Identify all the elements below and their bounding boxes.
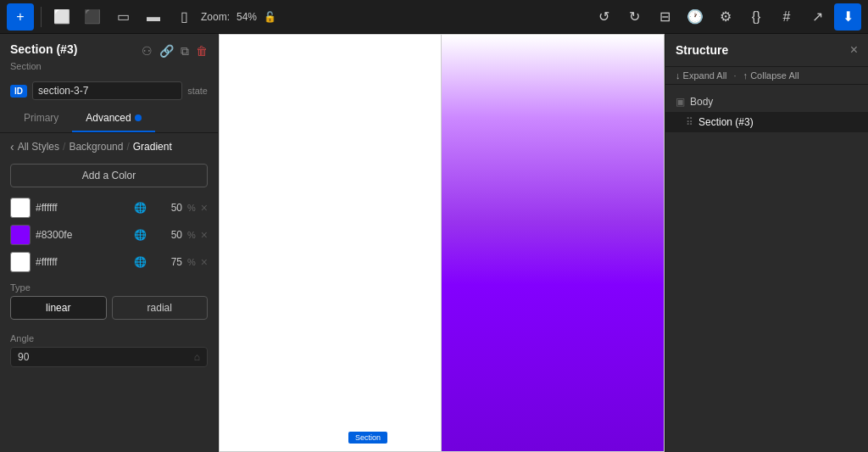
action-separator: ·	[734, 70, 737, 81]
globe-icon-3[interactable]: 🌐	[134, 256, 147, 268]
angle-spin-icon[interactable]: ⌂	[194, 351, 200, 363]
device-landscape[interactable]: ▬	[140, 3, 167, 31]
breadcrumb: ‹ All Styles / Background / Gradient	[0, 133, 218, 160]
canvas-inner: Section	[219, 34, 665, 452]
add-color-button[interactable]: Add a Color	[10, 164, 208, 187]
code-button[interactable]: {}	[743, 3, 770, 31]
stop-remove-1[interactable]: ×	[201, 201, 208, 215]
panel-title: Section (#3)	[10, 42, 77, 56]
device-laptop[interactable]: ⬛	[79, 3, 106, 31]
stop-value-2: 50	[152, 229, 182, 241]
globe-icon-2[interactable]: 🌐	[134, 229, 147, 241]
panel-tabs: Primary Advanced	[0, 105, 218, 133]
stop-percent-2: %	[187, 230, 196, 240]
zoom-value: 54%	[236, 11, 257, 23]
type-buttons: linear radial	[0, 296, 218, 326]
redo-button[interactable]: ↻	[620, 3, 648, 31]
right-panel-close[interactable]: ×	[850, 42, 858, 58]
color-swatch-3[interactable]	[10, 252, 31, 272]
angle-input[interactable]	[18, 351, 194, 363]
section-icon: ⠿	[686, 116, 693, 128]
tab-primary[interactable]: Primary	[10, 105, 72, 132]
element-id-badge: ID	[10, 85, 27, 98]
stop-value-3: 75	[152, 256, 182, 268]
collapse-all-link[interactable]: ↑ Collapse All	[743, 70, 799, 81]
stop-value-1: 50	[152, 202, 182, 214]
type-linear-button[interactable]: linear	[10, 296, 107, 320]
color-swatch-2[interactable]	[10, 225, 31, 245]
device-desktop[interactable]: ⬜	[48, 3, 75, 31]
color-stop-2: #8300fe 🌐 50 % ×	[0, 221, 218, 248]
color-stop-3: #ffffff 🌐 75 % ×	[0, 248, 218, 276]
toolbar: + ⬜ ⬛ ▭ ▬ ▯ Zoom: 54% 🔓 ↺ ↻ ⊟ 🕐 ⚙ {} # ↗…	[0, 0, 868, 34]
tab-advanced[interactable]: Advanced	[72, 105, 154, 132]
angle-label: Angle	[0, 326, 218, 347]
zoom-label: Zoom:	[201, 11, 230, 23]
tab-active-dot	[135, 114, 142, 121]
breadcrumb-all-styles[interactable]: All Styles	[18, 141, 59, 153]
canvas-area[interactable]: Section	[219, 34, 665, 452]
body-icon: ▣	[676, 96, 685, 108]
lock-icon: 🔓	[264, 11, 276, 23]
main-layout: Section (#3) ⚇ 🔗 ⧉ 🗑 Section ID state Pr…	[0, 34, 868, 452]
type-label: Type	[0, 276, 218, 296]
section-label: Section	[0, 61, 218, 76]
toolbar-right: ↺ ↻ ⊟ 🕐 ⚙ {} # ↗ ⬇	[590, 3, 861, 31]
angle-row: ⌂	[0, 347, 218, 374]
breadcrumb-sep-1: /	[63, 141, 65, 153]
tree-item-section3[interactable]: ⠿ Section (#3)	[665, 112, 868, 132]
right-panel: Structure × ↓ Expand All · ↑ Collapse Al…	[665, 34, 868, 452]
clock-button[interactable]: 🕐	[682, 3, 709, 31]
export-button[interactable]: ↗	[804, 3, 831, 31]
state-label: state	[187, 86, 208, 96]
person-icon[interactable]: ⚇	[142, 44, 153, 59]
body-label: Body	[690, 96, 713, 108]
panel-actions: ⚇ 🔗 ⧉ 🗑	[142, 44, 208, 59]
color-hex-1: #ffffff	[36, 202, 129, 214]
stop-percent-1: %	[187, 203, 196, 213]
type-radial-button[interactable]: radial	[112, 296, 209, 320]
stop-remove-3[interactable]: ×	[201, 255, 208, 269]
right-panel-header: Structure ×	[665, 34, 868, 67]
expand-all-link[interactable]: ↓ Expand All	[676, 70, 727, 81]
device-tablet[interactable]: ▭	[109, 3, 136, 31]
color-stop-1: #ffffff 🌐 50 % ×	[0, 194, 218, 221]
panel-header: Section (#3) ⚇ 🔗 ⧉ 🗑	[0, 34, 218, 61]
canvas-white-section	[219, 34, 442, 452]
right-panel-actions: ↓ Expand All · ↑ Collapse All	[665, 67, 868, 85]
hash-button[interactable]: #	[773, 3, 800, 31]
delete-icon[interactable]: 🗑	[196, 44, 208, 59]
breadcrumb-background[interactable]: Background	[69, 141, 123, 153]
angle-input-wrapper: ⌂	[10, 347, 208, 367]
device-mobile[interactable]: ▯	[170, 3, 198, 31]
globe-icon-1[interactable]: 🌐	[134, 202, 147, 214]
undo-button[interactable]: ↺	[590, 3, 617, 31]
copy-icon[interactable]: ⧉	[181, 44, 189, 59]
color-swatch-1[interactable]	[10, 198, 31, 218]
left-panel: Section (#3) ⚇ 🔗 ⧉ 🗑 Section ID state Pr…	[0, 34, 219, 452]
add-button[interactable]: +	[7, 3, 34, 31]
right-panel-title: Structure	[676, 43, 728, 57]
canvas-gradient-section	[442, 34, 665, 452]
element-name-input[interactable]	[32, 81, 182, 100]
zoom-indicator: Zoom: 54% 🔓	[201, 11, 276, 23]
tree-item-body[interactable]: ▣ Body	[665, 92, 868, 112]
link-icon[interactable]: 🔗	[159, 44, 174, 59]
color-hex-3: #ffffff	[36, 256, 129, 268]
stop-remove-2[interactable]: ×	[201, 228, 208, 242]
breadcrumb-sep-2: /	[126, 141, 129, 153]
layout-button[interactable]: ⊟	[651, 3, 678, 31]
stop-percent-3: %	[187, 257, 196, 267]
settings-button[interactable]: ⚙	[712, 3, 739, 31]
breadcrumb-gradient: Gradient	[133, 141, 172, 153]
back-icon[interactable]: ‹	[10, 140, 14, 153]
element-id-row: ID state	[0, 76, 218, 105]
structure-tree: ▣ Body ⠿ Section (#3)	[665, 85, 868, 139]
canvas-section-label: Section	[348, 432, 387, 444]
download-button[interactable]: ⬇	[834, 3, 861, 31]
color-hex-2: #8300fe	[36, 229, 129, 241]
separator-1	[41, 7, 42, 27]
section3-label: Section (#3)	[698, 116, 754, 128]
